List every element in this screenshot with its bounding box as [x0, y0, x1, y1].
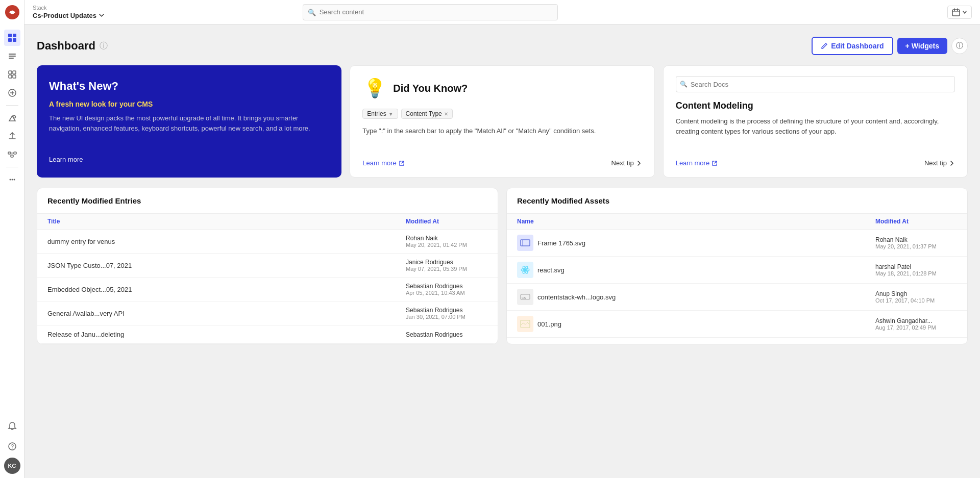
sidebar-item-entries[interactable]	[4, 48, 20, 64]
sidebar-item-content-types[interactable]	[4, 66, 20, 83]
assets-col-name: Name	[517, 218, 875, 225]
table-row[interactable]: General Availab...very API Sebastian Rod…	[37, 301, 498, 325]
content-modeling-body: Content modeling is the process of defin…	[676, 116, 955, 151]
whats-new-body: The new UI design packs the most powerfu…	[49, 113, 329, 133]
sidebar-item-help[interactable]: ?	[4, 438, 20, 455]
svg-point-21	[9, 179, 11, 181]
whats-new-content: What's New? A fresh new look for your CM…	[49, 80, 329, 143]
sidebar-divider-2	[6, 167, 18, 167]
table-row[interactable]: Frame 1765.svg Rohan Naik May 20, 2021, …	[507, 230, 967, 257]
entries-col-title: Title	[47, 218, 406, 225]
calendar-icon	[952, 8, 960, 16]
entries-table-heading: Recently Modified Entries	[37, 188, 498, 214]
svg-text:CS: CS	[522, 296, 526, 299]
table-row[interactable]: react.svg harshal Patel May 18, 2021, 01…	[507, 257, 967, 284]
svg-rect-32	[521, 240, 530, 246]
sidebar: ? KC	[0, 0, 24, 478]
stack-name[interactable]: Cs-Product Updates	[33, 12, 105, 19]
brand-name: Stack	[33, 5, 105, 11]
whats-new-learn-more[interactable]: Learn more	[49, 156, 329, 163]
sidebar-bottom: ? KC	[4, 417, 20, 474]
header-actions: Edit Dashboard + Widgets ⓘ	[812, 37, 968, 55]
did-you-know-title: Did You Know?	[393, 83, 468, 94]
edit-dashboard-button[interactable]: Edit Dashboard	[812, 37, 893, 55]
tag-row: Entries ▼ Content Type ✕	[362, 109, 642, 119]
table-row[interactable]: CS contentstack-wh...logo.svg Anup Singh…	[507, 284, 967, 311]
assets-table-card: Recently Modified Assets Name Modified A…	[506, 188, 968, 344]
sidebar-item-workflows[interactable]	[4, 146, 20, 163]
content-area: Dashboard ⓘ Edit Dashboard + Widgets ⓘ	[24, 24, 980, 478]
asset-thumbnail	[517, 235, 533, 251]
entries-table-card: Recently Modified Entries Title Modified…	[37, 188, 498, 344]
sidebar-item-notifications[interactable]	[4, 418, 20, 434]
svg-rect-11	[13, 75, 16, 78]
svg-point-15	[13, 116, 15, 118]
docs-search-container: 🔍	[676, 76, 955, 92]
bulb-icon: 💡	[362, 76, 387, 100]
did-you-know-footer: Learn more Next tip	[362, 159, 642, 167]
content-modeling-title: Content Modeling	[676, 100, 955, 111]
table-row[interactable]: 001.png Ashwin Gangadhar... Aug 17, 2017…	[507, 311, 967, 338]
content-modeling-footer: Learn more Next tip	[676, 159, 955, 167]
page-title: Dashboard	[37, 39, 95, 53]
did-you-know-next-tip[interactable]: Next tip	[611, 159, 642, 167]
topbar-brand: Stack Cs-Product Updates	[33, 5, 105, 19]
svg-text:?: ?	[11, 444, 14, 449]
table-row[interactable]: JSON Type Custo...07, 2021 Janice Rodrig…	[37, 254, 498, 278]
whats-new-subtitle: A fresh new look for your CMS	[49, 100, 329, 108]
chevron-down-icon	[99, 12, 105, 18]
svg-point-22	[11, 179, 13, 181]
assets-table-heading: Recently Modified Assets	[507, 188, 967, 214]
page-info-button[interactable]: ⓘ	[951, 38, 968, 54]
tag-entries[interactable]: Entries ▼	[362, 109, 398, 119]
tables-row: Recently Modified Entries Title Modified…	[37, 188, 968, 344]
search-input[interactable]	[303, 4, 558, 20]
svg-rect-10	[9, 75, 12, 78]
content-modeling-next-tip[interactable]: Next tip	[924, 159, 955, 167]
did-you-know-body: Type ":" in the search bar to apply the …	[362, 126, 642, 151]
svg-rect-26	[952, 10, 960, 16]
svg-point-23	[13, 179, 15, 181]
assets-table-head: Name Modified At	[507, 214, 967, 230]
entries-col-modified: Modified At	[406, 218, 487, 225]
svg-rect-4	[13, 38, 16, 42]
table-row[interactable]: Embedded Object...05, 2021 Sebastian Rod…	[37, 278, 498, 301]
svg-rect-3	[8, 38, 12, 42]
did-you-know-card: 💡 Did You Know? Entries ▼ Content Type ✕…	[350, 65, 654, 178]
tag-content-type[interactable]: Content Type ✕	[401, 109, 453, 119]
tag-entries-chevron: ▼	[388, 111, 394, 117]
did-you-know-learn-more[interactable]: Learn more	[362, 159, 404, 167]
sidebar-item-assets[interactable]	[4, 110, 20, 126]
svg-rect-5	[9, 54, 16, 55]
topbar-search-container: 🔍	[303, 4, 558, 20]
svg-rect-7	[9, 58, 14, 59]
external-link-icon	[712, 160, 718, 166]
chevron-down-icon	[962, 10, 967, 15]
assets-table-content: Name Modified At Frame 1765.svg	[507, 214, 967, 338]
svg-rect-8	[9, 71, 12, 74]
info-icon[interactable]: ⓘ	[100, 41, 108, 52]
svg-rect-9	[13, 71, 16, 74]
sidebar-item-dashboard[interactable]	[4, 30, 20, 46]
sidebar-item-more[interactable]	[4, 171, 20, 188]
table-row[interactable]: Release of Janu...deleting Sebastian Rod…	[37, 325, 498, 344]
page-header: Dashboard ⓘ Edit Dashboard + Widgets ⓘ	[37, 37, 968, 55]
topbar: Stack Cs-Product Updates 🔍	[24, 0, 980, 24]
content-modeling-learn-more[interactable]: Learn more	[676, 159, 718, 167]
table-row[interactable]: dummy entry for venus Rohan Naik May 20,…	[37, 230, 498, 254]
sidebar-item-extensions[interactable]	[4, 85, 20, 101]
docs-search-input[interactable]	[676, 76, 955, 92]
user-avatar[interactable]: KC	[4, 458, 20, 474]
svg-rect-2	[13, 34, 16, 37]
whats-new-card: What's New? A fresh new look for your CM…	[37, 65, 341, 178]
external-link-icon	[399, 160, 405, 166]
calendar-button[interactable]	[947, 6, 972, 19]
widgets-button[interactable]: + Widgets	[897, 38, 947, 54]
asset-thumbnail: CS	[517, 289, 533, 305]
app-logo[interactable]	[4, 4, 20, 20]
svg-rect-16	[8, 152, 11, 154]
sidebar-item-publish[interactable]	[4, 128, 20, 144]
entries-table-head: Title Modified At	[37, 214, 498, 230]
did-you-know-header: 💡 Did You Know?	[362, 76, 642, 100]
asset-thumbnail	[517, 262, 533, 278]
